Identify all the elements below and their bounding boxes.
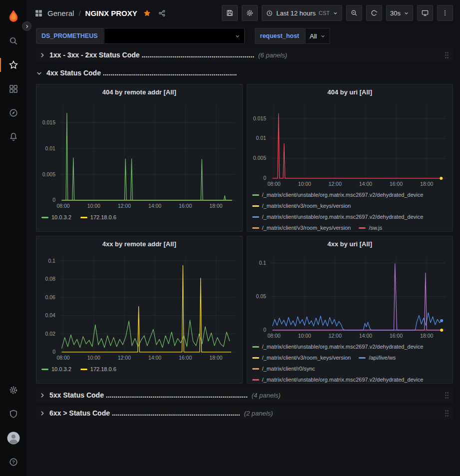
panel-404-by-uri: 404 by uri [All] 08:0010:0012:0014:0016:… [247,84,454,232]
legend-item[interactable]: /_matrix/client/v3/room_keys/version [252,201,351,211]
legend-item[interactable]: /_matrix/client/unstable/org.matrix.msc2… [252,212,424,222]
chart-404-by-uri[interactable]: 08:0010:0012:0014:0016:0018:0000.0050.01… [247,99,453,188]
legend-swatch [80,217,87,218]
legend-item[interactable]: /_matrix/client/unstable/org.matrix.msc2… [252,375,424,384]
datasource-label: DS_PROMETHEUS [36,28,103,44]
grafana-flame-icon [6,9,20,23]
sidebar-expand-button[interactable] [22,21,31,31]
svg-text:08:00: 08:00 [56,355,69,361]
monitor-icon [421,9,429,17]
legend-label: /_matrix/client/v3/room_keys/version [262,353,351,363]
legend-swatch [41,369,48,370]
legend-item[interactable]: /_matrix/client/v3/room_keys/version [252,223,351,232]
legend-item[interactable]: 10.0.3.2 [41,214,71,220]
datasource-select[interactable] [104,28,245,44]
bell-icon [8,132,18,142]
dashboard-canvas: 1xx - 3xx - 2xx Status Code ............… [26,46,460,476]
dashboard-settings-button[interactable] [242,5,258,21]
panel-title[interactable]: 4xx by remote addr [All] [36,236,242,251]
svg-text:?: ? [12,460,15,465]
request-host-value: All [310,32,317,40]
gear-icon [246,9,254,17]
legend-label: /_matrix/client/v3/room_keys/version [262,201,351,211]
svg-text:10:00: 10:00 [87,355,100,361]
favorite-button[interactable] [142,8,152,18]
chevron-down-icon [404,10,409,16]
chart-404-by-remote-addr[interactable]: 08:0010:0012:0014:0016:0018:0000.0050.01… [36,99,242,210]
row-panel-count: (2 panels) [244,410,273,417]
refresh-interval-select[interactable]: 30s [386,5,413,21]
avatar [7,432,20,445]
legend-swatch [252,205,259,207]
sidebar: ? [0,0,26,476]
row-6xx-status-code[interactable]: 6xx > Status Code ......................… [36,406,453,420]
svg-text:14:00: 14:00 [148,203,161,209]
tv-mode-button[interactable] [417,5,433,21]
chart-legend: 10.0.3.2172.18.0.6 [36,366,242,372]
row-1xx-3xx-2xx-status-code[interactable]: 1xx - 3xx - 2xx Status Code ............… [36,48,453,62]
legend-item[interactable]: /_matrix/client/r0/sync [252,364,315,374]
sidebar-item-alerting[interactable] [0,125,26,149]
share-icon [158,9,166,17]
sidebar-item-search[interactable] [0,29,26,53]
legend-item[interactable]: 10.0.3.2 [41,366,71,372]
sidebar-item-configuration[interactable] [0,378,26,402]
sidebar-item-profile[interactable] [0,426,26,450]
sidebar-item-dashboards[interactable] [0,77,26,101]
chart-4xx-by-remote-addr[interactable]: 08:0010:0012:0014:0016:0018:0000.020.040… [36,251,242,362]
save-dashboard-button[interactable] [222,5,238,21]
legend-item[interactable]: 172.18.0.6 [80,366,116,372]
request-host-select[interactable]: All [305,28,330,44]
legend-swatch [252,227,259,229]
row-title: 6xx > Status Code [49,409,112,417]
legend-item[interactable]: /_matrix/client/v3/room_keys/version [252,353,351,363]
chart-4xx-by-uri[interactable]: 08:0010:0012:0014:0016:0018:0000.050.1 [247,251,453,340]
breadcrumb-separator: / [78,9,80,17]
legend-item[interactable]: /api/live/ws [359,353,396,363]
svg-text:10:00: 10:00 [298,181,311,187]
star-icon [8,60,18,70]
svg-text:18:00: 18:00 [209,203,222,209]
zoom-out-button[interactable] [346,5,362,21]
legend-item[interactable]: /_matrix/client/unstable/org.matrix.msc2… [252,190,424,200]
sidebar-item-starred[interactable] [0,53,26,77]
row-5xx-status-code[interactable]: 5xx Status Code ........................… [36,388,453,402]
svg-text:10:00: 10:00 [298,333,311,339]
chart-legend: /_matrix/client/unstable/org.matrix.msc2… [247,342,453,384]
row-4xx-status-code[interactable]: 4xx Status Code ........................… [36,66,453,80]
row-drag-handle[interactable] [444,51,450,59]
dashboard-grid-icon [34,9,43,17]
legend-item[interactable]: /_matrix/client/unstable/org.matrix.msc2… [252,342,424,352]
share-button[interactable] [157,8,167,18]
sidebar-item-help[interactable]: ? [0,450,26,474]
svg-text:0.08: 0.08 [45,276,56,282]
row-drag-handle[interactable] [444,410,450,417]
chevron-down-icon [333,10,338,16]
svg-text:0: 0 [263,175,266,181]
legend-label: /_matrix/client/unstable/org.matrix.msc2… [262,375,424,384]
row-title: 5xx Status Code [49,391,106,399]
svg-text:0.04: 0.04 [45,313,56,318]
refresh-button[interactable] [366,5,382,21]
sidebar-item-explore[interactable] [0,101,26,125]
chevron-down-icon [235,33,240,39]
sidebar-item-server-admin[interactable] [0,402,26,426]
panel-title[interactable]: 4xx by uri [All] [247,236,453,251]
legend-swatch [252,357,259,359]
legend-swatch [359,227,366,229]
legend-label: /_matrix/client/unstable/org.matrix.msc2… [262,212,424,222]
panel-title[interactable]: 404 by remote addr [All] [36,84,242,99]
legend-swatch [252,194,259,196]
breadcrumb-folder[interactable]: General [47,9,74,17]
legend-swatch [252,379,259,381]
panel-title[interactable]: 404 by uri [All] [247,84,453,99]
row-drag-handle[interactable] [444,392,450,399]
time-range-picker[interactable]: Last 12 hours CST [262,5,342,21]
timezone-label: CST [319,10,330,16]
svg-text:16:00: 16:00 [179,203,192,209]
request-host-variable: request_host All [255,28,331,44]
more-options-button[interactable] [437,5,453,21]
legend-item[interactable]: 172.18.0.6 [80,214,116,220]
svg-text:16:00: 16:00 [179,355,192,361]
legend-item[interactable]: /sw.js [359,223,382,232]
